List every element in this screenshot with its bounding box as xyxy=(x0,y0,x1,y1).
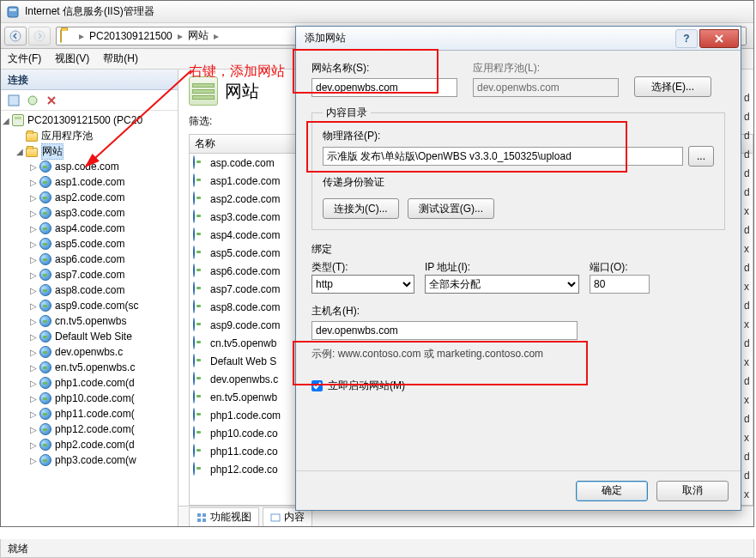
tree-twisty-icon[interactable]: ▷ xyxy=(28,255,39,264)
content-directory-legend: 内容目录 xyxy=(323,106,371,120)
filter-label: 筛选: xyxy=(189,114,212,129)
tree-site-item[interactable]: php3.code.com(w xyxy=(55,454,136,466)
dialog-titlebar[interactable]: 添加网站 ? xyxy=(296,27,741,51)
svg-rect-1 xyxy=(9,9,16,11)
tree-twisty-icon[interactable]: ▷ xyxy=(28,409,39,419)
globe-icon xyxy=(39,422,52,436)
tree-site-item[interactable]: asp4.code.com xyxy=(55,222,124,234)
tree-twisty-icon[interactable]: ▷ xyxy=(28,286,39,295)
test-settings-button[interactable]: 测试设置(G)... xyxy=(408,198,494,219)
tree-sites[interactable]: 网站 xyxy=(41,143,64,160)
tree-site-item[interactable]: php12.code.com( xyxy=(55,423,135,435)
tree-twisty-icon[interactable]: ▷ xyxy=(28,193,39,203)
connect-as-button[interactable]: 连接为(C)... xyxy=(323,198,399,219)
tree-twisty-icon[interactable]: ▷ xyxy=(28,240,39,249)
menu-file[interactable]: 文件(F) xyxy=(8,52,41,66)
dialog-close-button[interactable] xyxy=(699,29,739,48)
apppool-label: 应用程序池(L): xyxy=(473,61,619,76)
binding-header: 绑定 xyxy=(311,242,725,257)
tb-connect-icon[interactable] xyxy=(25,93,40,108)
globe-icon xyxy=(39,206,52,220)
tree-twisty-icon[interactable]: ▷ xyxy=(28,348,39,357)
status-bar: 就绪 xyxy=(0,539,754,558)
globe-icon xyxy=(39,330,52,343)
site-name-input[interactable] xyxy=(311,78,457,97)
ip-select[interactable]: 全部未分配 xyxy=(425,275,579,294)
tree-site-item[interactable]: cn.tv5.openwbs xyxy=(55,315,126,327)
nav-back-button[interactable] xyxy=(4,27,27,45)
menu-view[interactable]: 视图(V) xyxy=(55,52,89,66)
address-seg-server[interactable]: PC201309121500 xyxy=(86,30,176,42)
tree-twisty-icon[interactable]: ▷ xyxy=(28,394,39,403)
menu-help[interactable]: 帮助(H) xyxy=(103,52,138,66)
port-input[interactable] xyxy=(590,275,650,294)
tb-save-icon[interactable] xyxy=(6,93,21,108)
tree-site-item[interactable]: php1.code.com(d xyxy=(55,377,135,389)
tree-site-item[interactable]: asp7.code.com xyxy=(55,269,124,281)
globe-icon xyxy=(39,268,52,282)
tree-site-item[interactable]: php2.code.com(d xyxy=(55,439,135,451)
tree-site-item[interactable]: Default Web Site xyxy=(55,331,132,343)
tree-twisty-icon[interactable]: ▷ xyxy=(28,270,39,280)
col-name[interactable]: 名称 xyxy=(195,136,215,151)
tree-server[interactable]: PC201309121500 (PC20 xyxy=(27,114,142,126)
browse-path-button[interactable]: ... xyxy=(688,146,714,167)
tab-features[interactable]: 功能视图 xyxy=(189,507,259,526)
tree-twisty-icon[interactable]: ▷ xyxy=(28,209,39,218)
tree-twisty-icon[interactable]: ▷ xyxy=(28,332,39,342)
tree-site-item[interactable]: asp1.code.com xyxy=(55,176,124,188)
tree-site-item[interactable]: asp9.code.com(sc xyxy=(55,300,138,312)
tree-site-item[interactable]: asp3.code.com xyxy=(55,207,124,219)
status-ready: 就绪 xyxy=(8,543,28,555)
tree-twisty-icon[interactable]: ▷ xyxy=(28,363,39,373)
start-now-checkbox[interactable] xyxy=(311,380,323,391)
tree-twisty-icon[interactable]: ▷ xyxy=(28,379,39,388)
address-icon xyxy=(60,29,74,43)
nav-forward-button[interactable] xyxy=(28,27,51,45)
connections-tree[interactable]: ◢PC201309121500 (PC20 应用程序池 ◢网站 ▷asp.cod… xyxy=(1,111,178,526)
globe-icon xyxy=(193,373,207,386)
ok-button[interactable]: 确定 xyxy=(576,481,648,501)
tree-site-item[interactable]: dev.openwbs.c xyxy=(55,346,123,358)
globe-icon xyxy=(193,282,207,296)
tree-twisty-icon[interactable]: ◢ xyxy=(1,116,11,125)
tree-site-item[interactable]: asp8.code.com xyxy=(55,284,124,296)
physical-path-input[interactable] xyxy=(323,147,683,166)
tree-site-item[interactable]: asp6.code.com xyxy=(55,253,124,265)
content-directory-group: 内容目录 物理路径(P): ... 传递身份验证 连接为(C)... 测试设置(… xyxy=(311,106,725,230)
tree-twisty-icon[interactable]: ▷ xyxy=(28,425,39,434)
dialog-footer: 确定 取消 xyxy=(296,470,741,510)
address-seg-sites[interactable]: 网站 xyxy=(184,28,212,43)
tree-site-item[interactable]: php10.code.com( xyxy=(55,392,135,404)
globe-icon xyxy=(193,210,207,224)
globe-icon xyxy=(193,264,207,278)
tree-twisty-icon[interactable]: ▷ xyxy=(28,440,39,450)
tree-site-item[interactable]: asp5.code.com xyxy=(55,238,124,250)
tree-site-item[interactable]: php11.code.com( xyxy=(55,408,135,420)
tree-twisty-icon[interactable]: ▷ xyxy=(28,162,39,172)
tree-twisty-icon[interactable]: ▷ xyxy=(28,178,39,187)
tree-twisty-icon[interactable]: ▷ xyxy=(28,301,39,311)
globe-icon xyxy=(39,407,52,421)
globe-icon xyxy=(193,427,207,440)
tree-site-item[interactable]: asp.code.com xyxy=(55,161,119,173)
select-apppool-button[interactable]: 选择(E)... xyxy=(634,76,711,97)
tree-twisty-icon[interactable]: ▷ xyxy=(28,456,39,465)
tree-site-item[interactable]: asp2.code.com xyxy=(55,191,124,203)
tb-remove-icon[interactable] xyxy=(44,93,59,108)
page-title: 网站 xyxy=(225,80,259,103)
tree-twisty-icon[interactable]: ◢ xyxy=(15,147,25,156)
tree-twisty-icon[interactable]: ▷ xyxy=(28,317,39,326)
tree-apppools[interactable]: 应用程序池 xyxy=(41,129,93,143)
cancel-button[interactable]: 取消 xyxy=(656,481,729,501)
globe-icon xyxy=(39,376,52,390)
dialog-help-button[interactable]: ? xyxy=(675,29,698,48)
globe-icon xyxy=(39,237,52,251)
tree-twisty-icon[interactable]: ▷ xyxy=(28,224,39,234)
type-select[interactable]: http xyxy=(311,275,414,294)
hostname-input[interactable] xyxy=(311,321,578,340)
globe-icon xyxy=(39,453,52,467)
tree-site-item[interactable]: en.tv5.openwbs.c xyxy=(55,361,135,373)
globe-icon xyxy=(193,300,207,314)
globe-icon xyxy=(193,318,207,332)
